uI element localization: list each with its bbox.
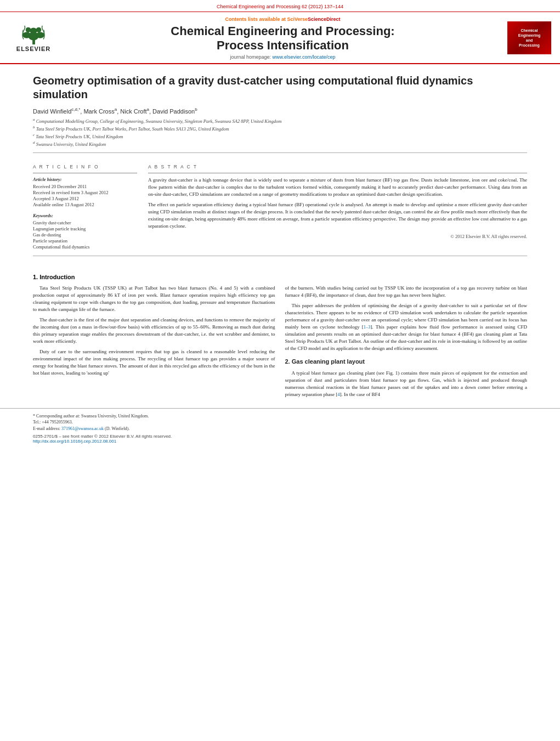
keyword-1: Gravity dust-catcher <box>33 220 137 225</box>
intro-right-para-1: of the burners. With studies being carri… <box>285 285 528 299</box>
top-bar: Chemical Engineering and Processing 62 (… <box>0 0 560 12</box>
journal-title: Chemical Engineering and Processing: Pro… <box>58 24 507 53</box>
homepage-link[interactable]: www.elsevier.com/locate/cep <box>273 54 336 60</box>
intro-para-1: Tata Steel Strip Products UK (TSSP UK) a… <box>33 285 275 313</box>
intro-para-2: The dust-catcher is the first of the maj… <box>33 316 275 345</box>
footnote-area: * Corresponding author at: Swansea Unive… <box>0 408 560 432</box>
bottom-bar: 0255-2701/$ – see front matter © 2012 El… <box>0 432 560 446</box>
article-info-label: A R T I C L E I N F O <box>33 164 137 169</box>
elsevier-name: ELSEVIER <box>16 46 50 52</box>
keyword-3: Gas de-dusting <box>33 232 137 237</box>
journal-homepage: journal homepage: www.elsevier.com/locat… <box>58 54 507 60</box>
intro-right-col: of the burners. With studies being carri… <box>285 285 528 402</box>
intro-body-text-left: Tata Steel Strip Products UK (TSSP UK) a… <box>33 285 275 377</box>
keywords-label: Keywords: <box>33 213 137 218</box>
elsevier-logo: ELSEVIER <box>9 24 58 52</box>
footnote-text: * Corresponding author at: Swansea Unive… <box>33 413 527 432</box>
doi-line: http://dx.doi.org/10.1016/j.cep.2012.08.… <box>33 439 527 444</box>
keyword-5: Computational fluid dynamics <box>33 244 137 250</box>
intro-body-text-right: of the burners. With studies being carri… <box>285 285 528 399</box>
intro-two-col: Tata Steel Strip Products UK (TSSP UK) a… <box>33 285 527 402</box>
article-area: Geometry optimisation of a gravity dust-… <box>0 64 560 147</box>
article-info-column: A R T I C L E I N F O Article history: R… <box>33 164 137 250</box>
affiliations: a Computational Modelling Group, College… <box>33 117 527 146</box>
keyword-4: Particle separation <box>33 238 137 244</box>
article-info-divider <box>33 173 137 173</box>
history-item-2: Received in revised form 3 August 2012 <box>33 190 137 195</box>
authors: David Winfieldc,d,*, Mark Crossa, Nick C… <box>33 107 527 115</box>
abstract-label: A B S T R A C T <box>148 164 527 169</box>
sciverse-link: Contents lists available at SciVerseScie… <box>58 16 507 22</box>
intro-left-col: Tata Steel Strip Products UK (TSSP UK) a… <box>33 285 275 402</box>
keyword-2: Lagrangian particle tracking <box>33 226 137 231</box>
intro-right-para-2: This paper addresses the problem of opti… <box>285 302 528 352</box>
abstract-paragraph-2: The effect on particle separation effici… <box>148 201 527 230</box>
cite-4[interactable]: 4 <box>337 392 340 397</box>
copyright: © 2012 Elsevier B.V. All rights reserved… <box>148 233 527 240</box>
svg-point-4 <box>30 28 37 34</box>
main-body: 1. Introduction Tata Steel Strip Product… <box>0 262 560 402</box>
affiliation-c: c Tata Steel Strip Products UK, United K… <box>33 133 527 139</box>
affiliation-b: b Tata Steel Strip Products UK, Port Tal… <box>33 125 527 132</box>
article-info-abstract: A R T I C L E I N F O Article history: R… <box>0 159 560 250</box>
section-2-title: 2. Gas cleaning plant layout <box>285 358 528 366</box>
affiliation-d: d Swansea University, United Kingdom <box>33 140 527 147</box>
journal-header: ELSEVIER Contents lists available at Sci… <box>0 12 560 64</box>
abstract-divider <box>148 173 527 173</box>
sciverse-brand: SciVerse <box>287 16 308 22</box>
footnote-star: * Corresponding author at: Swansea Unive… <box>33 413 527 419</box>
footnote-email-link[interactable]: 371961@swansea.ac.uk <box>61 426 104 431</box>
journal-reference: Chemical Engineering and Processing 62 (… <box>217 4 343 9</box>
svg-point-3 <box>36 32 44 38</box>
elsevier-tree-icon <box>19 24 49 46</box>
abstract-column: A B S T R A C T A gravity dust-catcher i… <box>148 164 527 250</box>
affiliation-a: a Computational Modelling Group, College… <box>33 117 527 124</box>
abstract-paragraph-1: A gravity dust-catcher is a high tonnage… <box>148 177 527 198</box>
svg-point-2 <box>22 32 31 38</box>
footnote-email: E-mail address: 371961@swansea.ac.uk (D.… <box>33 426 527 432</box>
journal-cover-logo: Chemical Engineering and Processing <box>507 21 551 54</box>
abstract-text: A gravity dust-catcher is a high tonnage… <box>148 177 527 240</box>
section2-para-1: A typical blast furnace gas cleaning pla… <box>285 370 528 398</box>
svg-point-6 <box>36 27 41 33</box>
doi-link[interactable]: http://dx.doi.org/10.1016/j.cep.2012.08.… <box>33 439 116 444</box>
journal-center-info: Contents lists available at SciVerseScie… <box>58 16 507 60</box>
history-item-3: Accepted 3 August 2012 <box>33 196 137 201</box>
history-item-4: Available online 13 August 2012 <box>33 202 137 207</box>
history-item-1: Received 20 December 2011 <box>33 184 137 189</box>
history-label: Article history: <box>33 177 137 182</box>
intro-para-3: Duty of care to the surrounding environm… <box>33 348 275 377</box>
svg-point-5 <box>25 27 31 33</box>
issn-line: 0255-2701/$ – see front matter © 2012 El… <box>33 434 527 439</box>
article-title: Geometry optimisation of a gravity dust-… <box>33 74 527 101</box>
sciencedirect-brand: ScienceDirect <box>308 16 341 22</box>
section-1-title: 1. Introduction <box>33 274 527 280</box>
cite-1-3[interactable]: 1–3 <box>364 324 371 330</box>
footnote-tel: Tel.: +44 7952055963. <box>33 419 527 425</box>
body-divider <box>33 256 527 256</box>
section-divider <box>33 152 527 153</box>
